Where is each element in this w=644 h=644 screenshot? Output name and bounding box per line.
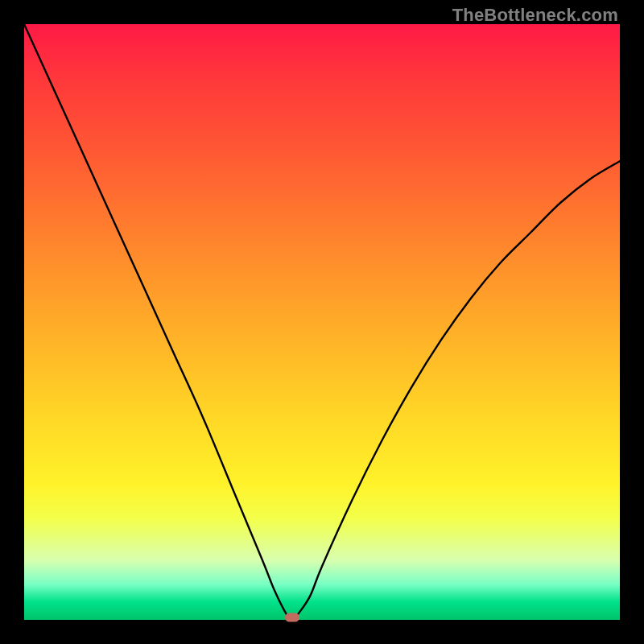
watermark-text: TheBottleneck.com (452, 5, 618, 26)
plot-area (24, 24, 620, 620)
bottleneck-curve (24, 24, 620, 620)
curve-svg (24, 24, 620, 620)
frame: TheBottleneck.com (0, 0, 644, 644)
minimum-marker (285, 613, 299, 622)
